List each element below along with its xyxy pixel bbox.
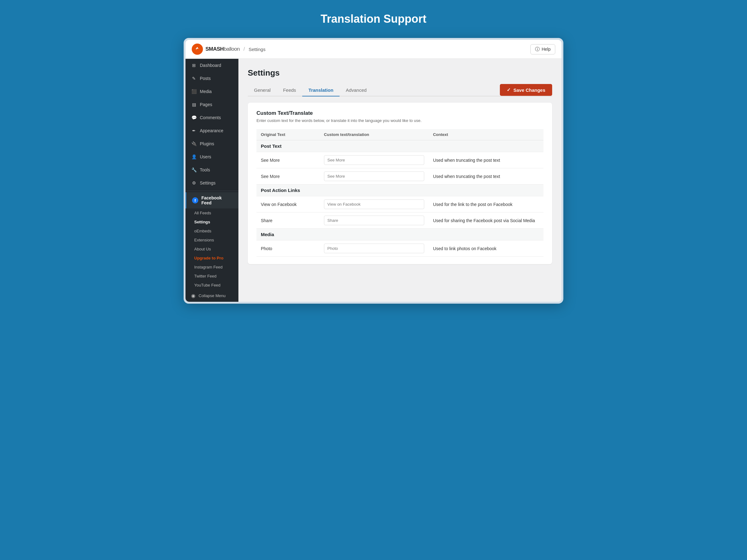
original-view-on-facebook: View on Facebook	[256, 196, 320, 212]
upgrade-label: Upgrade to Pro	[194, 256, 224, 260]
page-title: Translation Support	[320, 12, 427, 26]
context-see-more-1: Used when truncating the post text	[429, 152, 543, 168]
sidebar-item-comments[interactable]: 💬 Comments	[185, 111, 238, 124]
sidebar-label-posts: Posts	[200, 76, 211, 81]
sidebar-item-settings[interactable]: ⚙ Settings	[185, 177, 238, 189]
breadcrumb-separator: /	[243, 46, 244, 52]
posts-icon: ✎	[191, 76, 197, 81]
help-circle-icon: ⓘ	[535, 46, 540, 52]
table-body: Post Text See More Used when truncating …	[256, 140, 543, 257]
sidebar-item-pages[interactable]: ▤ Pages	[185, 98, 238, 111]
content-area: Settings General Feeds Translation	[238, 59, 562, 302]
sidebar-sub-settings[interactable]: Settings	[185, 217, 238, 226]
plugins-icon: 🔌	[191, 141, 197, 146]
settings-icon: ⚙	[191, 180, 197, 186]
sidebar-sub-youtube-feed[interactable]: YouTube Feed	[185, 281, 238, 290]
input-cell-see-more-2	[320, 168, 429, 185]
sidebar-label-media: Media	[200, 89, 212, 94]
section-post-text: Post Text	[256, 140, 543, 152]
settings-heading: Settings	[248, 68, 552, 78]
section-media: Media	[256, 229, 543, 240]
help-button[interactable]: ⓘ Help	[531, 44, 555, 54]
logo-name: SMASHballoon	[205, 46, 240, 52]
input-see-more-1[interactable]	[324, 155, 424, 165]
collapse-menu-item[interactable]: ◉ Collapse Menu	[185, 290, 238, 302]
help-label: Help	[542, 47, 550, 52]
input-see-more-2[interactable]	[324, 171, 424, 181]
sidebar-label-tools: Tools	[200, 167, 210, 172]
translation-card: Custom Text/Translate Enter custom text …	[248, 103, 552, 264]
breadcrumb-settings: Settings	[249, 47, 265, 52]
save-label: Save Changes	[513, 87, 545, 93]
collapse-icon: ◉	[191, 293, 196, 299]
sidebar-item-facebook-feed[interactable]: f Facebook Feed	[185, 192, 238, 209]
section-post-action-links: Post Action Links	[256, 185, 543, 196]
sidebar-sub-oembeds[interactable]: oEmbeds	[185, 226, 238, 236]
tabs-row: General Feeds Translation Advanced	[248, 84, 552, 97]
tab-advanced[interactable]: Advanced	[340, 84, 373, 97]
col-original-text: Original Text	[256, 129, 320, 140]
appearance-icon: ✒	[191, 128, 197, 133]
sidebar-label-plugins: Plugins	[200, 141, 214, 146]
tab-general[interactable]: General	[248, 84, 277, 97]
col-context: Context	[429, 129, 543, 140]
original-see-more-2: See More	[256, 168, 320, 185]
settings-sub-label: Settings	[194, 220, 210, 224]
sidebar-item-posts[interactable]: ✎ Posts	[185, 72, 238, 85]
smash-balloon-logo-icon	[192, 44, 203, 55]
table-row: Share Used for sharing the Facebook post…	[256, 212, 543, 229]
browser-inner: SMASHballoon / Settings ⓘ Help ⊞ Dashboa…	[185, 40, 562, 302]
sidebar-sub-about-us[interactable]: About Us	[185, 244, 238, 254]
logo-area: SMASHballoon / Settings	[192, 44, 265, 55]
comments-icon: 💬	[191, 115, 197, 121]
tabs-left: General Feeds Translation Advanced	[248, 84, 373, 96]
table-row: View on Facebook Used for the link to th…	[256, 196, 543, 212]
sidebar-item-tools[interactable]: 🔧 Tools	[185, 163, 238, 177]
sidebar-label-pages: Pages	[200, 102, 212, 107]
sidebar-label-facebook-feed: Facebook Feed	[201, 195, 233, 205]
dashboard-icon: ⊞	[191, 62, 197, 68]
context-share: Used for sharing the Facebook post via S…	[429, 212, 543, 229]
tab-translation[interactable]: Translation	[302, 84, 340, 97]
youtube-feed-label: YouTube Feed	[194, 283, 221, 288]
card-description: Enter custom text for the words below, o…	[256, 118, 543, 123]
table-row: See More Used when truncating the post t…	[256, 152, 543, 168]
original-photo: Photo	[256, 240, 320, 257]
save-changes-button[interactable]: ✓ Save Changes	[500, 84, 552, 96]
all-feeds-label: All Feeds	[194, 211, 211, 215]
input-cell-view-on-facebook	[320, 196, 429, 212]
input-photo[interactable]	[324, 244, 424, 253]
context-photo: Used to link photos on Facebook	[429, 240, 543, 257]
table-row: Photo Used to link photos on Facebook	[256, 240, 543, 257]
input-share[interactable]	[324, 216, 424, 225]
sidebar: ⊞ Dashboard ✎ Posts ⬛ Media ▤ Pages 💬	[185, 59, 238, 302]
sidebar-item-dashboard[interactable]: ⊞ Dashboard	[185, 59, 238, 72]
sidebar-sub-instagram-feed[interactable]: Instagram Feed	[185, 263, 238, 272]
input-cell-share	[320, 212, 429, 229]
sidebar-item-users[interactable]: 👤 Users	[185, 150, 238, 163]
checkmark-icon: ✓	[507, 87, 511, 93]
users-icon: 👤	[191, 154, 197, 160]
sidebar-sub-all-feeds[interactable]: All Feeds	[185, 209, 238, 217]
facebook-icon: f	[192, 197, 198, 204]
browser-frame: SMASHballoon / Settings ⓘ Help ⊞ Dashboa…	[184, 38, 563, 304]
sidebar-sub-twitter-feed[interactable]: Twitter Feed	[185, 272, 238, 281]
sidebar-label-comments: Comments	[200, 115, 221, 120]
input-cell-see-more-1	[320, 152, 429, 168]
translation-table: Original Text Custom text/translation Co…	[256, 129, 543, 257]
collapse-label: Collapse Menu	[199, 293, 226, 298]
sidebar-label-users: Users	[200, 154, 211, 159]
extensions-label: Extensions	[194, 238, 214, 242]
sidebar-item-appearance[interactable]: ✒ Appearance	[185, 124, 238, 137]
sidebar-sub-extensions[interactable]: Extensions	[185, 236, 238, 244]
sidebar-item-media[interactable]: ⬛ Media	[185, 85, 238, 98]
col-custom-text: Custom text/translation	[320, 129, 429, 140]
sidebar-item-plugins[interactable]: 🔌 Plugins	[185, 137, 238, 150]
input-view-on-facebook[interactable]	[324, 199, 424, 209]
media-icon: ⬛	[191, 89, 197, 94]
svg-point-0	[194, 46, 201, 53]
original-share: Share	[256, 212, 320, 229]
sidebar-sub-upgrade[interactable]: Upgrade to Pro	[185, 254, 238, 263]
section-label-media: Media	[256, 229, 543, 240]
tab-feeds[interactable]: Feeds	[277, 84, 302, 97]
